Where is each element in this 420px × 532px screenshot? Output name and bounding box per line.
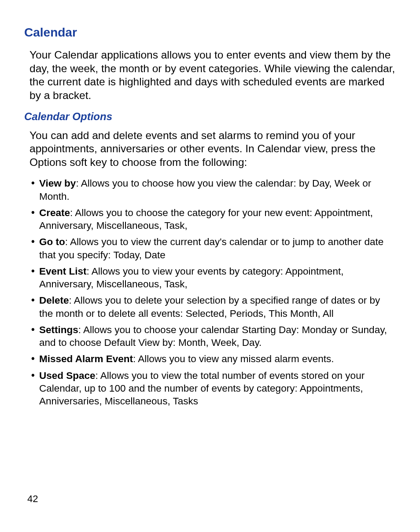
document-page: Calendar Your Calendar applications allo… — [0, 0, 420, 532]
list-item: Used Space: Allows you to view the total… — [39, 369, 396, 408]
option-desc: : Allows you to choose the category for … — [39, 207, 373, 231]
option-term: View by — [39, 178, 76, 189]
option-desc: : Allows you to delete your selection by… — [39, 295, 380, 319]
sub-intro-paragraph: You can add and delete events and set al… — [24, 129, 396, 169]
section-heading: Calendar — [24, 26, 396, 40]
list-item: Missed Alarm Event: Allows you to view a… — [39, 352, 396, 365]
option-term: Go to — [39, 236, 65, 247]
list-item: Create: Allows you to choose the categor… — [39, 206, 396, 232]
page-number: 42 — [27, 493, 38, 505]
option-desc: : Allows you to view any missed alarm ev… — [133, 353, 334, 364]
option-term: Settings — [39, 324, 78, 335]
list-item: Go to: Allows you to view the current da… — [39, 235, 396, 261]
options-list: View by: Allows you to choose how you vi… — [24, 177, 396, 407]
option-term: Used Space — [39, 370, 96, 381]
sub-heading: Calendar Options — [24, 110, 396, 123]
option-desc: : Allows you to choose how you view the … — [39, 178, 371, 202]
option-term: Delete — [39, 295, 69, 306]
list-item: Delete: Allows you to delete your select… — [39, 294, 396, 320]
option-term: Event List — [39, 266, 87, 277]
option-desc: : Allows you to view the current day's c… — [39, 236, 383, 260]
list-item: View by: Allows you to choose how you vi… — [39, 177, 396, 203]
option-term: Missed Alarm Event — [39, 353, 133, 364]
intro-paragraph: Your Calendar applications allows you to… — [24, 48, 396, 103]
option-desc: : Allows you to choose your calendar Sta… — [39, 324, 387, 348]
list-item: Event List: Allows you to view your even… — [39, 265, 396, 291]
list-item: Settings: Allows you to choose your cale… — [39, 323, 396, 349]
option-term: Create — [39, 207, 70, 218]
